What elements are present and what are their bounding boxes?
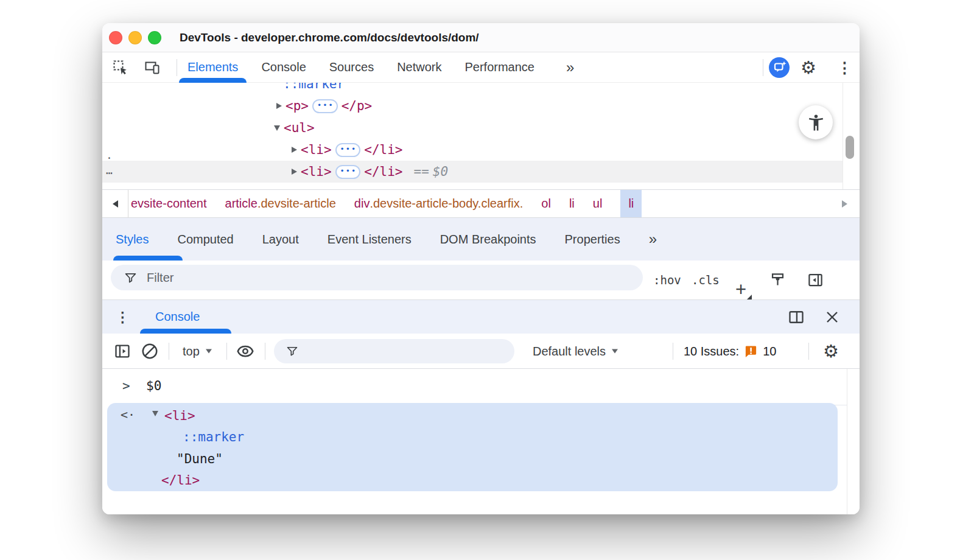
tab-performance[interactable]: Performance: [465, 52, 535, 82]
window-title: DevTools - developer.chrome.com/docs/dev…: [180, 31, 479, 44]
show-console-sidebar-icon[interactable]: [114, 343, 131, 360]
tab-elements[interactable]: Elements: [187, 52, 238, 82]
toolbar-divider: [265, 343, 265, 360]
tab-computed[interactable]: Computed: [177, 233, 233, 247]
console-result-block[interactable]: <· <li> ::marker "Dune" </li>: [107, 403, 838, 491]
breadcrumb-item[interactable]: ol: [541, 190, 551, 217]
ellipsis-expand-button[interactable]: •••: [312, 99, 338, 113]
toggle-sidebar-icon[interactable]: [807, 272, 824, 289]
toolbar-divider: [177, 59, 177, 76]
console-command-row[interactable]: > $0: [102, 369, 847, 405]
ellipsis-expand-button[interactable]: •••: [335, 143, 361, 157]
issues-icon: [744, 344, 758, 358]
minimize-window-button[interactable]: [128, 31, 142, 44]
tab-network[interactable]: Network: [397, 52, 441, 82]
breadcrumb-scroll-right-button[interactable]: [829, 190, 860, 217]
tab-event-listeners[interactable]: Event Listeners: [328, 233, 412, 247]
accessibility-icon[interactable]: [799, 105, 833, 139]
clear-console-icon[interactable]: [141, 342, 159, 360]
filter-funnel-icon: [286, 345, 298, 357]
live-expression-eye-icon[interactable]: [236, 342, 254, 360]
collapse-triangle-icon[interactable]: [274, 125, 280, 131]
toggle-hover-state-button[interactable]: :hov: [653, 273, 681, 287]
toolbar-divider: [673, 343, 673, 360]
filter-funnel-icon: [124, 271, 137, 284]
clipped-text-fragment: …: [106, 164, 113, 177]
kebab-menu-icon[interactable]: ⋮: [837, 60, 852, 75]
rendering-brush-icon[interactable]: [769, 272, 786, 289]
split-panel-icon[interactable]: [788, 309, 805, 326]
device-toolbar-icon[interactable]: [144, 60, 160, 75]
titlebar: DevTools - developer.chrome.com/docs/dev…: [102, 23, 860, 52]
drawer-kebab-menu-icon[interactable]: ⋮: [116, 310, 130, 324]
ai-assistant-icon[interactable]: [769, 57, 790, 78]
corner-triangle-icon: [747, 295, 752, 299]
tab-properties[interactable]: Properties: [565, 233, 620, 247]
devtools-window: DevTools - developer.chrome.com/docs/dev…: [102, 23, 860, 514]
scrollbar-thumb[interactable]: [846, 136, 854, 159]
breadcrumb-bar: evsite-content article.devsite-article d…: [102, 189, 860, 218]
breadcrumb-item[interactable]: ul: [593, 190, 603, 217]
console-settings-gear-icon[interactable]: ⚙: [823, 342, 839, 360]
chevron-down-icon: [612, 349, 618, 353]
toolbar-divider: [763, 59, 763, 76]
new-style-rule-button[interactable]: +: [735, 279, 746, 300]
console-filter-field[interactable]: [274, 339, 514, 363]
toggle-classes-button[interactable]: .cls: [692, 273, 720, 287]
toolbar-divider: [808, 343, 809, 360]
more-styles-tabs-button[interactable]: »: [649, 231, 657, 248]
panel-tabs: Elements Console Sources Network Perform…: [187, 52, 574, 82]
close-drawer-icon[interactable]: [825, 310, 839, 324]
breadcrumb-item-selected[interactable]: li: [620, 190, 642, 217]
styles-filter-input[interactable]: [145, 270, 643, 285]
console-output: > $0 <· <li> ::marker "Dune" </li>: [102, 369, 860, 514]
breadcrumb-item[interactable]: div.devsite-article-body.clearfix.: [354, 190, 524, 217]
tab-styles[interactable]: Styles: [116, 233, 149, 247]
tab-sources[interactable]: Sources: [329, 52, 374, 82]
tab-dom-breakpoints[interactable]: DOM Breakpoints: [440, 233, 536, 247]
breadcrumb-item[interactable]: article.devsite-article: [225, 190, 336, 217]
tree-row-ul[interactable]: <ul>: [102, 117, 843, 139]
styles-tab-bar: Styles Computed Layout Event Listeners D…: [102, 218, 860, 261]
tree-row-p[interactable]: <p> ••• </p>: [102, 95, 843, 117]
clipped-text-fragment: .: [106, 149, 113, 161]
tab-layout[interactable]: Layout: [262, 233, 299, 247]
left-arrow-icon: [113, 200, 118, 208]
ellipsis-expand-button[interactable]: •••: [335, 165, 361, 179]
styles-filter-row: :hov .cls +: [102, 261, 860, 299]
main-toolbar: Elements Console Sources Network Perform…: [102, 52, 860, 83]
context-selector-dropdown[interactable]: top: [183, 344, 212, 358]
inspect-element-icon[interactable]: [113, 60, 128, 75]
toolbar-divider: [226, 343, 227, 360]
chevron-down-icon: [206, 349, 212, 353]
expand-triangle-icon[interactable]: [292, 147, 297, 153]
issues-counter-button[interactable]: 10 Issues: 10: [684, 344, 776, 358]
log-levels-dropdown[interactable]: Default levels: [533, 344, 618, 358]
console-toolbar: top Default levels 10 Issues:: [102, 334, 860, 369]
breadcrumb-item[interactable]: li: [569, 190, 575, 217]
expand-triangle-icon[interactable]: [292, 169, 297, 175]
console-scrollbar-track[interactable]: [847, 369, 847, 514]
console-filter-input[interactable]: [306, 344, 514, 359]
collapse-triangle-icon[interactable]: [152, 411, 158, 416]
breadcrumb-scroll-left-button[interactable]: [102, 190, 128, 217]
drawer-header: ⋮ Console: [102, 299, 860, 334]
close-window-button[interactable]: [109, 31, 122, 44]
tab-console[interactable]: Console: [261, 52, 306, 82]
pseudo-element-label[interactable]: ::marker: [283, 83, 345, 91]
styles-filter-field[interactable]: [111, 265, 643, 290]
zoom-window-button[interactable]: [148, 31, 161, 44]
tree-row-li-1[interactable]: <li> ••• </li>: [102, 139, 843, 161]
vertical-scrollbar[interactable]: [843, 83, 860, 189]
breadcrumb: evsite-content article.devsite-article d…: [128, 190, 829, 217]
right-arrow-icon: [842, 200, 847, 208]
tree-row-li-selected[interactable]: <li> ••• </li> == $0: [102, 161, 843, 183]
more-panels-button[interactable]: »: [566, 59, 574, 76]
breadcrumb-item[interactable]: evsite-content: [131, 190, 207, 217]
console-prompt-chevron: >: [122, 379, 130, 393]
settings-gear-icon[interactable]: ⚙: [801, 58, 816, 76]
elements-dom-tree: ::marker <p> ••• </p> <ul> <li> ••• </li…: [102, 83, 860, 189]
tree-row-marker-clipped[interactable]: ::marker: [102, 83, 843, 95]
console-command: $0: [146, 379, 161, 393]
expand-triangle-icon[interactable]: [276, 103, 282, 109]
